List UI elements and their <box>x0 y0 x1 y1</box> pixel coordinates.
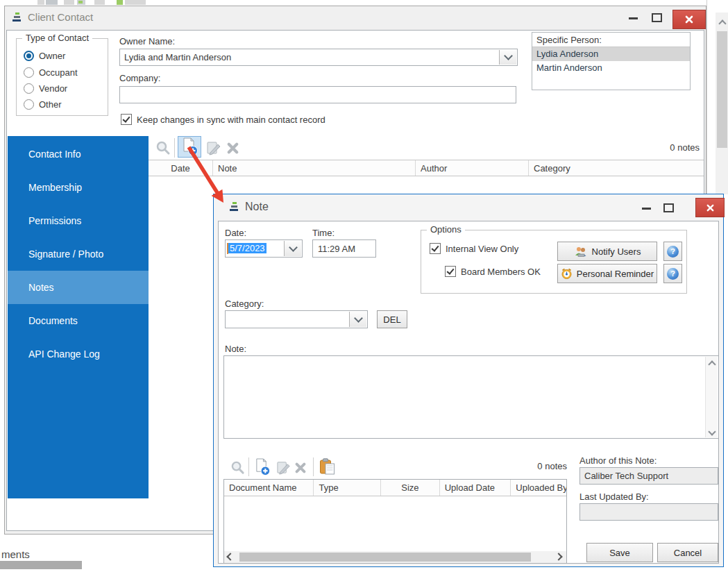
radio-other[interactable]: Other <box>24 99 62 110</box>
category-dropdown-button[interactable] <box>349 312 366 327</box>
clipboard-paste-icon <box>319 458 335 476</box>
sync-checkbox[interactable]: Keep changes in sync with main contact r… <box>121 114 325 125</box>
underlying-partial-text: ments <box>1 548 30 560</box>
minimize-button[interactable] <box>642 208 651 210</box>
scroll-right-icon[interactable] <box>556 554 564 560</box>
toolbar-separator <box>174 138 175 158</box>
scroll-up-icon[interactable] <box>709 360 715 367</box>
radio-vendor[interactable]: Vendor <box>24 83 67 94</box>
scrollbar-thumb[interactable] <box>717 31 727 148</box>
maximize-button[interactable] <box>652 13 662 22</box>
column-header-note[interactable]: Note <box>213 160 416 176</box>
sidebar-item-api-change-log[interactable]: API Change Log <box>8 337 149 371</box>
scroll-down-icon[interactable] <box>709 431 715 435</box>
column-header-size[interactable]: Size <box>381 480 440 496</box>
app-logo-icon <box>229 202 239 214</box>
personal-reminder-help-button[interactable]: ? <box>663 264 682 283</box>
sidebar-item-contact-info[interactable]: Contact Info <box>8 137 149 171</box>
list-item-selected[interactable]: Lydia Anderson <box>532 47 690 61</box>
client-contact-titlebar[interactable]: Client Contact <box>5 6 706 30</box>
edit-document-button[interactable] <box>273 458 293 476</box>
column-header-author[interactable]: Author <box>416 160 529 176</box>
radio-icon <box>24 83 34 94</box>
company-input[interactable] <box>119 86 516 103</box>
date-combobox[interactable]: 5/7/2023 <box>225 239 303 258</box>
sidebar-item-notes-active[interactable]: Notes <box>8 271 149 304</box>
owner-name-dropdown-button[interactable] <box>499 50 516 65</box>
underlying-right-panel <box>706 0 728 194</box>
board-members-ok-checkbox[interactable]: Board Members OK <box>445 266 541 277</box>
column-header-category[interactable]: Category <box>529 160 704 176</box>
search-document-button[interactable] <box>228 457 247 477</box>
column-header-date[interactable]: Date <box>149 160 213 176</box>
edit-icon <box>205 140 222 156</box>
edit-icon <box>276 460 291 476</box>
category-combobox[interactable] <box>225 310 368 328</box>
radio-owner[interactable]: Owner <box>24 51 65 61</box>
delete-document-button[interactable] <box>292 460 309 476</box>
owner-name-label: Owner Name: <box>119 36 175 47</box>
minimize-button[interactable] <box>629 17 638 19</box>
column-header-type[interactable]: Type <box>314 480 381 496</box>
specific-person-label: Specific Person: <box>532 33 690 47</box>
screen: ments Client Contact Type of Contact Own… <box>0 0 728 572</box>
search-notes-button[interactable] <box>153 138 173 158</box>
specific-person-listbox[interactable]: Specific Person: Lydia Anderson Martin A… <box>532 32 691 90</box>
documents-table: Document Name Type Size Upload Date Uplo… <box>223 479 567 564</box>
notify-users-help-button[interactable]: ? <box>663 242 682 261</box>
personal-reminder-button[interactable]: Personal Reminder <box>557 264 657 283</box>
scroll-left-icon[interactable] <box>226 554 233 560</box>
radio-selected-icon <box>24 51 34 61</box>
chevron-down-icon <box>504 51 513 60</box>
maximize-button[interactable] <box>663 203 674 212</box>
add-note-button[interactable] <box>178 136 201 158</box>
maximize-icon <box>663 203 674 212</box>
documents-horizontal-scrollbar[interactable] <box>224 551 566 563</box>
delete-note-button[interactable] <box>223 140 242 157</box>
time-input[interactable]: 11:29 AM <box>312 239 376 258</box>
save-button[interactable]: Save <box>586 543 653 562</box>
owner-name-combobox[interactable]: Lydia and Martin Anderson <box>119 49 518 66</box>
company-label: Company: <box>119 73 160 83</box>
radio-icon <box>24 99 34 110</box>
sidebar-item-signature-photo[interactable]: Signature / Photo <box>8 237 149 271</box>
edit-note-button[interactable] <box>204 138 223 158</box>
column-header-upload-date[interactable]: Upload Date <box>440 480 511 496</box>
underlying-vertical-scrollbar[interactable] <box>716 12 728 194</box>
note-dialog-titlebar[interactable]: Note <box>214 194 723 221</box>
note-text-label: Note: <box>225 344 246 354</box>
help-icon: ? <box>667 246 679 258</box>
radio-icon <box>24 67 34 78</box>
list-item[interactable]: Martin Anderson <box>532 61 690 75</box>
note-vertical-scrollbar[interactable] <box>705 357 718 437</box>
last-updated-field <box>579 503 718 521</box>
notes-count: 0 notes <box>576 142 700 153</box>
column-header-document-name[interactable]: Document Name <box>224 480 314 496</box>
cancel-button[interactable]: Cancel <box>657 543 718 562</box>
checkbox-checked-icon <box>445 266 456 277</box>
internal-view-only-checkbox[interactable]: Internal View Only <box>430 243 518 254</box>
close-button[interactable] <box>695 198 725 217</box>
category-delete-button[interactable]: DEL <box>377 310 407 328</box>
paste-document-button[interactable] <box>318 457 336 476</box>
chevron-down-icon <box>354 314 363 323</box>
scroll-up-icon[interactable] <box>720 19 725 26</box>
scrollbar-thumb[interactable] <box>239 553 531 562</box>
close-button[interactable] <box>672 10 706 29</box>
toolbar-separator <box>248 457 249 476</box>
add-document-button[interactable] <box>253 457 272 477</box>
note-dialog: Note Date: 5/7/2023 Time: 11:29 AM <box>213 194 724 567</box>
notify-users-button[interactable]: Notify Users <box>557 242 657 261</box>
type-of-contact-group: Type of Contact Owner Occupant Vendor Ot… <box>16 38 108 116</box>
date-dropdown-button[interactable] <box>284 241 301 256</box>
sidebar-item-permissions[interactable]: Permissions <box>8 204 149 237</box>
radio-occupant[interactable]: Occupant <box>24 67 78 78</box>
column-header-uploaded-by[interactable]: Uploaded By <box>511 480 566 496</box>
sidebar-item-documents[interactable]: Documents <box>8 304 149 337</box>
documents-table-body[interactable] <box>224 496 566 551</box>
time-label: Time: <box>312 228 335 238</box>
screen-edge-fragment <box>46 0 58 5</box>
date-value-selected: 5/7/2023 <box>228 243 266 253</box>
note-textarea[interactable] <box>223 355 719 439</box>
sidebar-item-membership[interactable]: Membership <box>8 171 149 204</box>
